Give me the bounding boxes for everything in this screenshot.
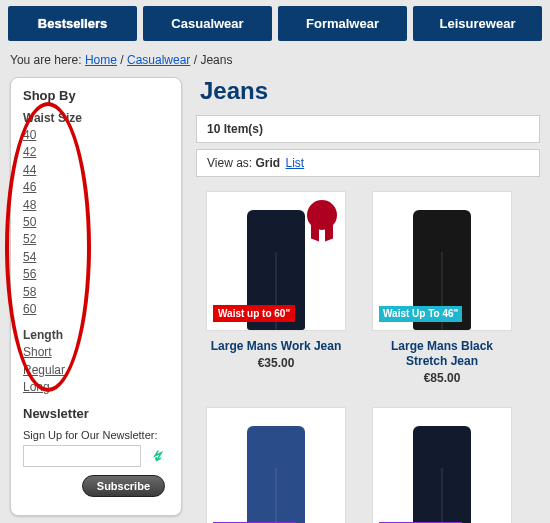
shop-by-title: Shop By bbox=[23, 88, 169, 103]
newsletter-label: Sign Up for Our Newsletter: bbox=[23, 429, 169, 441]
waist-badge: Waist up to 60" bbox=[213, 305, 295, 322]
subscribe-button[interactable]: Subscribe bbox=[82, 475, 165, 497]
filter-waist-46[interactable]: 46 bbox=[23, 179, 36, 196]
filter-length-list: Short Regular Long bbox=[23, 344, 169, 396]
product-thumb: Waist Up To 46" bbox=[372, 191, 512, 331]
toolbar-view: View as: Grid List bbox=[196, 149, 540, 177]
product-name: Large Mans Work Jean bbox=[206, 339, 346, 354]
nav-formalwear[interactable]: Formalwear bbox=[278, 6, 407, 41]
captcha-icon: ↯ bbox=[143, 447, 170, 465]
waist-badge: Waist Up To 46" bbox=[379, 306, 462, 322]
filter-waist-52[interactable]: 52 bbox=[23, 231, 36, 248]
filter-waist-42[interactable]: 42 bbox=[23, 144, 36, 161]
filter-waist-40[interactable]: 40 bbox=[23, 127, 36, 144]
top-nav: Bestsellers Casualwear Formalwear Leisur… bbox=[0, 0, 550, 49]
filter-length-long[interactable]: Long bbox=[23, 379, 50, 396]
product-card[interactable]: Waist Up To 46" Large Mans Black Stretch… bbox=[372, 191, 512, 385]
filter-length-title: Length bbox=[23, 328, 169, 342]
filter-waist-44[interactable]: 44 bbox=[23, 162, 36, 179]
breadcrumb-current: Jeans bbox=[200, 53, 232, 67]
filter-waist-48[interactable]: 48 bbox=[23, 197, 36, 214]
nav-leisurewear[interactable]: Leisurewear bbox=[413, 6, 542, 41]
product-name: Large Mans Black Stretch Jean bbox=[372, 339, 512, 369]
filter-length-short[interactable]: Short bbox=[23, 344, 52, 361]
product-card[interactable]: Waist Up To 48" Large Mans Denim Jean €8… bbox=[206, 407, 346, 523]
nav-casualwear[interactable]: Casualwear bbox=[143, 6, 272, 41]
product-price: €35.00 bbox=[206, 356, 346, 370]
view-list[interactable]: List bbox=[286, 156, 305, 170]
product-thumb: Waist up to 60" bbox=[206, 191, 346, 331]
page-title: Jeans bbox=[200, 77, 540, 105]
product-card[interactable]: Waist up to 60" Large Mans Work Jean €35… bbox=[206, 191, 346, 385]
toolbar-count: 10 Item(s) bbox=[196, 115, 540, 143]
breadcrumb: You are here: Home / Casualwear / Jeans bbox=[0, 49, 550, 77]
content: Jeans 10 Item(s) View as: Grid List Wais… bbox=[196, 77, 540, 523]
sidebar: Shop By Waist Size 40 42 44 46 48 50 52 … bbox=[10, 77, 182, 516]
jean-image bbox=[413, 426, 471, 523]
filter-waist-title: Waist Size bbox=[23, 111, 169, 125]
newsletter-input[interactable] bbox=[23, 445, 141, 467]
filter-waist-50[interactable]: 50 bbox=[23, 214, 36, 231]
product-grid: Waist up to 60" Large Mans Work Jean €35… bbox=[196, 191, 540, 523]
filter-waist-58[interactable]: 58 bbox=[23, 284, 36, 301]
product-thumb: Waist Up To 48" bbox=[372, 407, 512, 523]
product-thumb: Waist Up To 48" bbox=[206, 407, 346, 523]
filter-waist-56[interactable]: 56 bbox=[23, 266, 36, 283]
filter-length-regular[interactable]: Regular bbox=[23, 362, 65, 379]
product-price: €85.00 bbox=[372, 371, 512, 385]
view-label: View as: bbox=[207, 156, 252, 170]
filter-waist-list: 40 42 44 46 48 50 52 54 56 58 60 bbox=[23, 127, 169, 318]
view-grid: Grid bbox=[255, 156, 280, 170]
breadcrumb-prefix: You are here: bbox=[10, 53, 85, 67]
breadcrumb-casualwear[interactable]: Casualwear bbox=[127, 53, 190, 67]
best-value-ribbon-icon bbox=[307, 200, 337, 230]
newsletter-title: Newsletter bbox=[23, 406, 169, 421]
product-card[interactable]: Waist Up To 48" Large Mans Stretch Denim… bbox=[372, 407, 512, 523]
breadcrumb-home[interactable]: Home bbox=[85, 53, 117, 67]
filter-waist-60[interactable]: 60 bbox=[23, 301, 36, 318]
nav-bestsellers[interactable]: Bestsellers bbox=[8, 6, 137, 41]
filter-waist-54[interactable]: 54 bbox=[23, 249, 36, 266]
jean-image bbox=[247, 426, 305, 523]
